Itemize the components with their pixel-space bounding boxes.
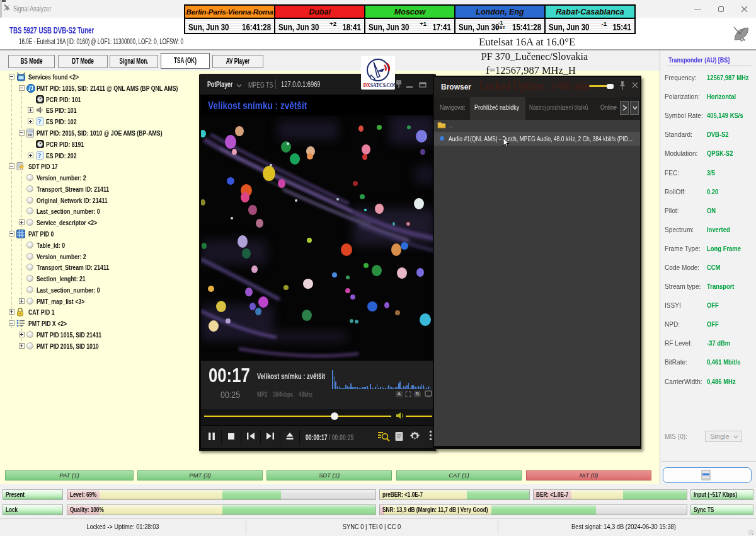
svg-text:DXSATCS.COM: DXSATCS.COM [364,83,396,88]
svg-text:?: ? [38,152,41,159]
svg-text:?: ? [38,118,41,125]
svg-text:d's: d's [742,38,745,42]
svg-text:16: 16 [28,133,32,137]
